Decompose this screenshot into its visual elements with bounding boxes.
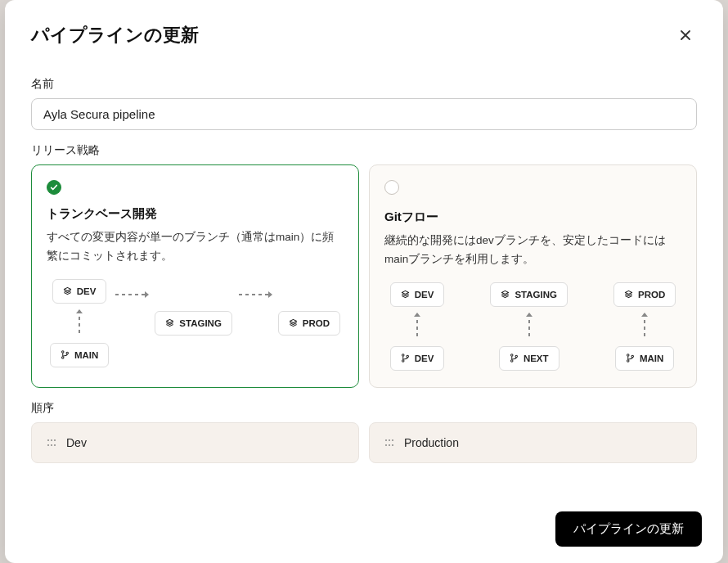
branch-icon (626, 354, 635, 363)
arrow-right-icon (115, 294, 148, 295)
name-input[interactable] (31, 98, 697, 130)
svg-point-21 (385, 444, 387, 446)
update-pipeline-modal: パイプラインの更新 名前 リリース戦略 トランクベース開発 すべての変更内容が単… (5, 0, 723, 563)
strategy-gitflow-desc: 継続的な開発にはdevブランチを、安定したコードにはmainブランチを利用します… (384, 232, 681, 269)
strategy-gitflow-title: Gitフロー (384, 209, 681, 225)
svg-point-23 (392, 444, 393, 446)
arrow-up-icon (528, 313, 530, 340)
svg-point-12 (47, 439, 49, 441)
svg-point-22 (389, 444, 390, 446)
strategy-trunk-desc: すべての変更内容が単一のブランチ（通常はmain）に頻繁にコミットされます。 (47, 228, 344, 266)
submit-button[interactable]: パイプラインの更新 (555, 511, 702, 547)
chip-branch-dev: DEV (390, 346, 445, 371)
modal-body: 名前 リリース戦略 トランクベース開発 すべての変更内容が単一のブランチ（通常は… (5, 57, 723, 500)
chip-label: MAIN (640, 354, 663, 363)
order-label: 順序 (31, 401, 697, 416)
chip-branch-main: MAIN (615, 346, 674, 371)
svg-point-13 (51, 439, 52, 441)
chip-label: DEV (415, 290, 434, 300)
strategy-row: トランクベース開発 すべての変更内容が単一のブランチ（通常はmain）に頻繁にコ… (31, 164, 697, 388)
modal-title: パイプラインの更新 (31, 23, 199, 47)
close-button[interactable] (674, 24, 697, 47)
strategy-card-gitflow[interactable]: Gitフロー 継続的な開発にはdevブランチを、安定したコードにはmainブラン… (369, 164, 697, 388)
chip-branch-next: NEXT (499, 346, 559, 371)
chip-env-dev: DEV (390, 282, 445, 307)
svg-point-19 (389, 439, 390, 441)
name-label: 名前 (31, 77, 697, 92)
svg-point-2 (66, 353, 68, 354)
layers-icon (624, 290, 633, 299)
layers-icon (501, 290, 510, 299)
arrow-up-icon (79, 310, 80, 336)
svg-point-4 (402, 360, 403, 362)
chip-label: DEV (415, 354, 434, 363)
chip-label: NEXT (524, 354, 549, 363)
gitflow-diagram: DEV DEV STAGING (384, 282, 681, 371)
layers-icon (401, 290, 410, 299)
svg-point-1 (61, 357, 63, 358)
order-label-production: Production (404, 436, 459, 449)
chip-label: MAIN (74, 350, 98, 360)
drag-handle-icon (47, 438, 56, 448)
branch-icon (401, 354, 410, 363)
modal-footer: パイプラインの更新 (5, 500, 723, 563)
svg-point-0 (61, 351, 63, 353)
svg-point-3 (402, 354, 403, 356)
branch-icon (61, 350, 70, 359)
svg-point-6 (510, 354, 512, 356)
chip-env-prod: PROD (278, 311, 340, 336)
order-card-production[interactable]: Production (369, 422, 697, 463)
arrow-up-icon (416, 313, 418, 340)
svg-point-16 (51, 444, 52, 446)
modal-header: パイプラインの更新 (5, 0, 723, 57)
order-card-dev[interactable]: Dev (31, 422, 359, 463)
arrow-up-icon (644, 313, 645, 340)
svg-point-5 (407, 356, 408, 358)
trunk-diagram: DEV MAIN (47, 279, 344, 367)
order-row: Dev Production (31, 422, 697, 463)
layers-icon (63, 286, 72, 295)
svg-point-10 (627, 360, 628, 362)
chip-branch-main: MAIN (50, 343, 109, 367)
svg-point-20 (392, 439, 393, 441)
chip-label: PROD (638, 290, 665, 300)
order-label-dev: Dev (66, 436, 87, 449)
branch-icon (510, 354, 519, 363)
close-icon (679, 29, 692, 42)
chip-env-dev: DEV (52, 279, 107, 304)
strategy-label: リリース戦略 (31, 143, 697, 158)
radio-checked-icon (47, 180, 61, 195)
chip-env-prod: PROD (613, 282, 676, 307)
strategy-card-trunk[interactable]: トランクベース開発 すべての変更内容が単一のブランチ（通常はmain）に頻繁にコ… (31, 164, 359, 388)
svg-point-9 (627, 354, 628, 356)
chip-label: DEV (77, 286, 97, 296)
svg-point-11 (631, 356, 633, 358)
svg-point-7 (510, 360, 512, 362)
svg-point-18 (385, 439, 387, 441)
chip-env-staging: STAGING (155, 311, 232, 336)
layers-icon (165, 318, 174, 327)
chip-label: STAGING (179, 318, 222, 328)
chip-label: STAGING (515, 290, 557, 300)
svg-point-8 (515, 356, 517, 358)
arrow-right-icon (239, 294, 272, 295)
svg-point-14 (54, 439, 56, 441)
layers-icon (289, 318, 298, 327)
svg-point-15 (47, 444, 49, 446)
svg-point-17 (54, 444, 56, 446)
radio-unchecked-icon (384, 180, 399, 195)
strategy-trunk-title: トランクベース開発 (47, 206, 344, 222)
drag-handle-icon (384, 438, 394, 448)
chip-env-staging: STAGING (490, 282, 568, 307)
chip-label: PROD (303, 318, 330, 328)
